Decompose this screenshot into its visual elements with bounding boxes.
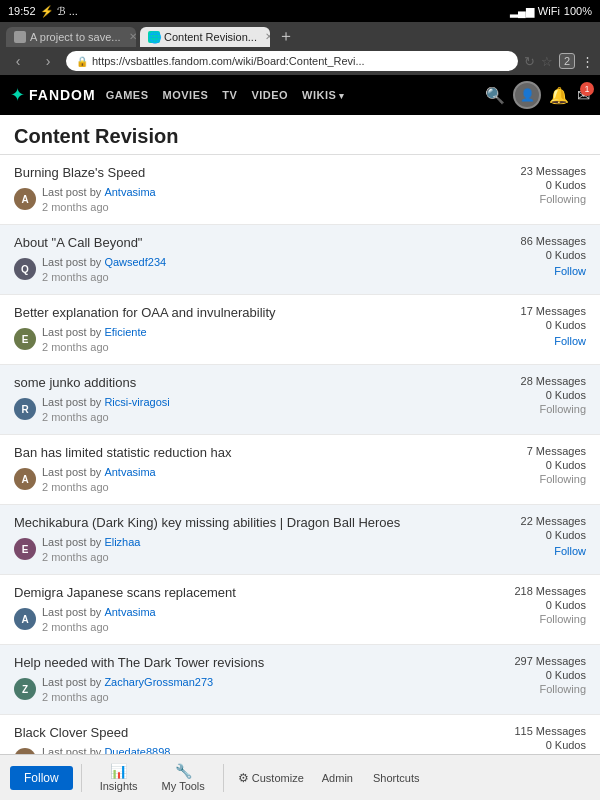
nav-games[interactable]: GAMES <box>106 89 149 101</box>
status-left: 19:52 ⚡ ℬ ... <box>8 5 78 18</box>
thread-author[interactable]: Elizhaa <box>104 536 140 548</box>
thread-time: 2 months ago <box>42 341 109 353</box>
status-right: ▂▄▆ WiFi 100% <box>510 5 592 18</box>
thread-right: 17 Messages 0 Kudos Follow <box>496 305 586 354</box>
tab1-close[interactable]: ✕ <box>129 31 137 42</box>
thread-item[interactable]: Better explanation for OAA and invulnera… <box>0 295 600 365</box>
reload-button[interactable]: ↻ <box>524 54 535 69</box>
thread-meta: E Last post by Elizhaa 2 months ago <box>14 534 496 564</box>
tab1-favicon <box>14 31 26 43</box>
thread-author[interactable]: Qawsedf234 <box>104 256 166 268</box>
nav-wikis[interactable]: WIKIS <box>302 89 345 101</box>
tab2-favicon: 🌐 <box>148 31 160 43</box>
thread-item[interactable]: About "A Call Beyond" Q Last post by Qaw… <box>0 225 600 295</box>
thread-meta-info: Last post by Antvasima 2 months ago <box>42 604 156 634</box>
nav-video[interactable]: VIDEO <box>251 89 288 101</box>
bottom-bar: Follow 📊 Insights 🔧 My Tools ⚙ Customize… <box>0 754 600 800</box>
thread-title[interactable]: Mechikabura (Dark King) key missing abil… <box>14 515 496 530</box>
search-icon[interactable]: 🔍 <box>485 86 505 105</box>
thread-meta-info: Last post by Elizhaa 2 months ago <box>42 534 140 564</box>
bookmark-button[interactable]: ☆ <box>541 54 553 69</box>
thread-meta-text: Last post by Elizhaa <box>42 536 140 548</box>
thread-title[interactable]: Burning Blaze's Speed <box>14 165 496 180</box>
new-tab-button[interactable]: ＋ <box>278 26 294 47</box>
thread-avatar: A <box>14 608 36 630</box>
menu-button[interactable]: ⋮ <box>581 54 594 69</box>
thread-title[interactable]: Demigra Japanese scans replacement <box>14 585 496 600</box>
thread-author[interactable]: Antvasima <box>104 466 155 478</box>
thread-left: some junko additions R Last post by Rics… <box>14 375 496 424</box>
thread-time: 2 months ago <box>42 271 109 283</box>
bottom-customize[interactable]: ⚙ Customize <box>232 768 310 788</box>
thread-item[interactable]: Burning Blaze's Speed A Last post by Ant… <box>0 155 600 225</box>
status-time: 19:52 <box>8 5 36 17</box>
thread-title[interactable]: some junko additions <box>14 375 496 390</box>
back-button[interactable]: ‹ <box>6 53 30 69</box>
thread-meta-info: Last post by Eficiente 2 months ago <box>42 324 147 354</box>
thread-follow-status[interactable]: Follow <box>554 265 586 277</box>
thread-follow-status[interactable]: Follow <box>554 545 586 557</box>
thread-item[interactable]: Mechikabura (Dark King) key missing abil… <box>0 505 600 575</box>
lock-icon: 🔒 <box>76 56 88 67</box>
nav-movies[interactable]: MOVIES <box>163 89 209 101</box>
thread-title[interactable]: Black Clover Speed <box>14 725 496 740</box>
thread-kudos: 0 Kudos <box>546 669 586 681</box>
bottom-shortcuts[interactable]: Shortcuts <box>365 769 427 787</box>
tab-1[interactable]: A project to save... ✕ <box>6 27 136 47</box>
thread-meta: A Last post by Antvasima 2 months ago <box>14 604 496 634</box>
thread-meta-text: Last post by Eficiente <box>42 326 147 338</box>
thread-title[interactable]: Help needed with The Dark Tower revision… <box>14 655 496 670</box>
nav-tv[interactable]: TV <box>222 89 237 101</box>
messages-icon[interactable]: ✉ 1 <box>577 86 590 105</box>
thread-avatar: E <box>14 328 36 350</box>
thread-item[interactable]: some junko additions R Last post by Rics… <box>0 365 600 435</box>
thread-item[interactable]: Help needed with The Dark Tower revision… <box>0 645 600 715</box>
url-actions: ↻ ☆ 2 ⋮ <box>524 53 594 69</box>
thread-meta: A Last post by Antvasima 2 months ago <box>14 184 496 214</box>
fandom-header: ✦ FANDOM GAMES MOVIES TV VIDEO WIKIS 🔍 👤… <box>0 75 600 115</box>
thread-author[interactable]: Ricsi-viragosi <box>104 396 169 408</box>
thread-author[interactable]: ZacharyGrossman273 <box>104 676 213 688</box>
bottom-admin[interactable]: Admin <box>314 769 361 787</box>
thread-author[interactable]: Antvasima <box>104 606 155 618</box>
thread-title[interactable]: About "A Call Beyond" <box>14 235 496 250</box>
user-avatar[interactable]: 👤 <box>513 81 541 109</box>
thread-meta: Q Last post by Qawsedf234 2 months ago <box>14 254 496 284</box>
separator-2 <box>223 764 224 792</box>
battery-text: 100% <box>564 5 592 17</box>
tab1-label: A project to save... <box>30 31 121 43</box>
fandom-logo-icon: ✦ <box>10 84 25 106</box>
thread-meta: A Last post by Antvasima 2 months ago <box>14 464 496 494</box>
status-icons: ⚡ ℬ ... <box>40 5 78 18</box>
thread-follow-status[interactable]: Follow <box>554 335 586 347</box>
thread-right: 7 Messages 0 Kudos Following <box>496 445 586 494</box>
url-bar[interactable]: 🔒 https://vsbattles.fandom.com/wiki/Boar… <box>66 51 518 71</box>
browser-chrome: A project to save... ✕ 🌐 Content Revisio… <box>0 22 600 75</box>
thread-item[interactable]: Demigra Japanese scans replacement A Las… <box>0 575 600 645</box>
separator-1 <box>81 764 82 792</box>
bottom-insights[interactable]: 📊 Insights <box>90 760 148 795</box>
thread-messages: 7 Messages <box>527 445 586 457</box>
thread-meta-info: Last post by ZacharyGrossman273 2 months… <box>42 674 213 704</box>
bottom-mytools[interactable]: 🔧 My Tools <box>152 760 215 795</box>
bottom-follow-button[interactable]: Follow <box>10 766 73 790</box>
thread-meta: R Last post by Ricsi-viragosi 2 months a… <box>14 394 496 424</box>
tab-count-button[interactable]: 2 <box>559 53 575 69</box>
thread-follow-status: Following <box>540 403 586 415</box>
thread-title[interactable]: Better explanation for OAA and invulnera… <box>14 305 496 320</box>
tab2-close[interactable]: ✕ <box>265 31 270 42</box>
fandom-logo-text: FANDOM <box>29 87 96 103</box>
thread-title[interactable]: Ban has limited statistic reduction hax <box>14 445 496 460</box>
forward-button[interactable]: › <box>36 53 60 69</box>
thread-author[interactable]: Eficiente <box>104 326 146 338</box>
thread-item[interactable]: Ban has limited statistic reduction hax … <box>0 435 600 505</box>
mytools-label: My Tools <box>162 780 205 792</box>
thread-kudos: 0 Kudos <box>546 249 586 261</box>
notifications-icon[interactable]: 🔔 <box>549 86 569 105</box>
thread-right: 297 Messages 0 Kudos Following <box>496 655 586 704</box>
thread-author[interactable]: Antvasima <box>104 186 155 198</box>
thread-kudos: 0 Kudos <box>546 529 586 541</box>
tab-2[interactable]: 🌐 Content Revision... ✕ <box>140 27 270 47</box>
thread-follow-status: Following <box>540 683 586 695</box>
fandom-logo[interactable]: ✦ FANDOM <box>10 84 96 106</box>
